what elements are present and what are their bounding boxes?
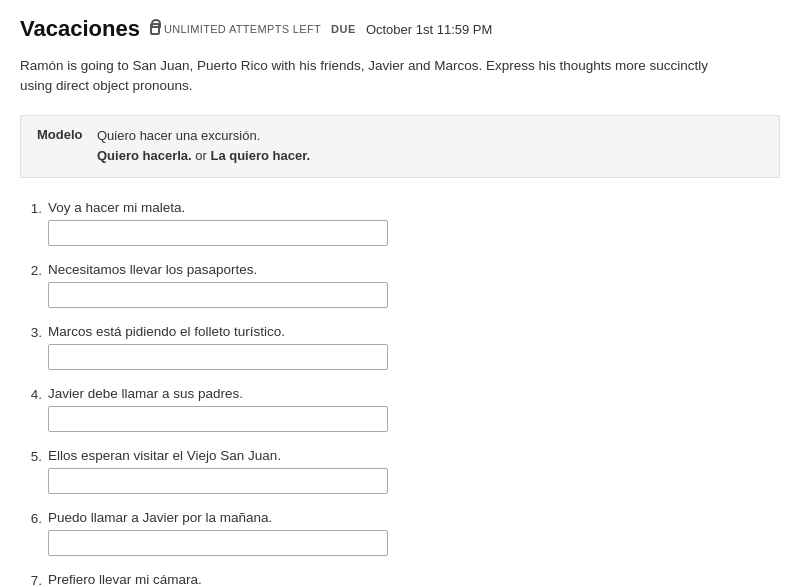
modelo-prompt: Quiero hacer una excursión.: [97, 126, 310, 147]
modelo-answer-or: or: [195, 148, 210, 163]
question-item: 3.Marcos está pidiendo el folleto turíst…: [20, 324, 780, 370]
question-item: 4.Javier debe llamar a sus padres.: [20, 386, 780, 432]
question-item: 2.Necesitamos llevar los pasaportes.: [20, 262, 780, 308]
answer-input-2[interactable]: [48, 282, 388, 308]
attempts-label: UNLIMITED ATTEMPTS LEFT: [164, 23, 321, 35]
modelo-content: Quiero hacer una excursión. Quiero hacer…: [97, 126, 310, 168]
question-number: 7.: [20, 572, 42, 587]
description-text: Ramón is going to San Juan, Puerto Rico …: [20, 56, 740, 97]
page-title: Vacaciones: [20, 16, 140, 42]
question-item: 1.Voy a hacer mi maleta.: [20, 200, 780, 246]
answer-input-3[interactable]: [48, 344, 388, 370]
modelo-answer: Quiero hacerla. or La quiero hacer.: [97, 146, 310, 167]
question-number: 3.: [20, 324, 42, 340]
modelo-label: Modelo: [37, 126, 83, 142]
question-text: Ellos esperan visitar el Viejo San Juan.: [48, 448, 281, 463]
question-text: Puedo llamar a Javier por la mañana.: [48, 510, 272, 525]
modelo-box: Modelo Quiero hacer una excursión. Quier…: [20, 115, 780, 179]
question-number: 5.: [20, 448, 42, 464]
lock-icon: [150, 23, 160, 35]
question-text: Necesitamos llevar los pasaportes.: [48, 262, 257, 277]
question-text: Voy a hacer mi maleta.: [48, 200, 185, 215]
answer-input-6[interactable]: [48, 530, 388, 556]
question-row: 6.Puedo llamar a Javier por la mañana.: [20, 510, 780, 526]
question-number: 2.: [20, 262, 42, 278]
question-row: 2.Necesitamos llevar los pasaportes.: [20, 262, 780, 278]
question-item: 6.Puedo llamar a Javier por la mañana.: [20, 510, 780, 556]
questions-list: 1.Voy a hacer mi maleta.2.Necesitamos ll…: [20, 200, 780, 587]
due-label: DUE: [331, 23, 356, 35]
question-number: 4.: [20, 386, 42, 402]
question-row: 1.Voy a hacer mi maleta.: [20, 200, 780, 216]
question-row: 4.Javier debe llamar a sus padres.: [20, 386, 780, 402]
modelo-answer-part2: La quiero hacer.: [210, 148, 310, 163]
question-item: 5.Ellos esperan visitar el Viejo San Jua…: [20, 448, 780, 494]
answer-input-1[interactable]: [48, 220, 388, 246]
answer-input-4[interactable]: [48, 406, 388, 432]
question-row: 7.Prefiero llevar mi cámara.: [20, 572, 780, 587]
question-text: Javier debe llamar a sus padres.: [48, 386, 243, 401]
question-number: 1.: [20, 200, 42, 216]
question-text: Prefiero llevar mi cámara.: [48, 572, 202, 587]
page-header: Vacaciones UNLIMITED ATTEMPTS LEFT DUE O…: [20, 16, 780, 42]
modelo-answer-part1: Quiero hacerla.: [97, 148, 192, 163]
due-date: October 1st 11:59 PM: [366, 22, 492, 37]
question-item: 7.Prefiero llevar mi cámara.: [20, 572, 780, 587]
answer-input-5[interactable]: [48, 468, 388, 494]
question-row: 5.Ellos esperan visitar el Viejo San Jua…: [20, 448, 780, 464]
attempts-badge: UNLIMITED ATTEMPTS LEFT: [150, 23, 321, 36]
question-row: 3.Marcos está pidiendo el folleto turíst…: [20, 324, 780, 340]
question-number: 6.: [20, 510, 42, 526]
question-text: Marcos está pidiendo el folleto turístic…: [48, 324, 285, 339]
